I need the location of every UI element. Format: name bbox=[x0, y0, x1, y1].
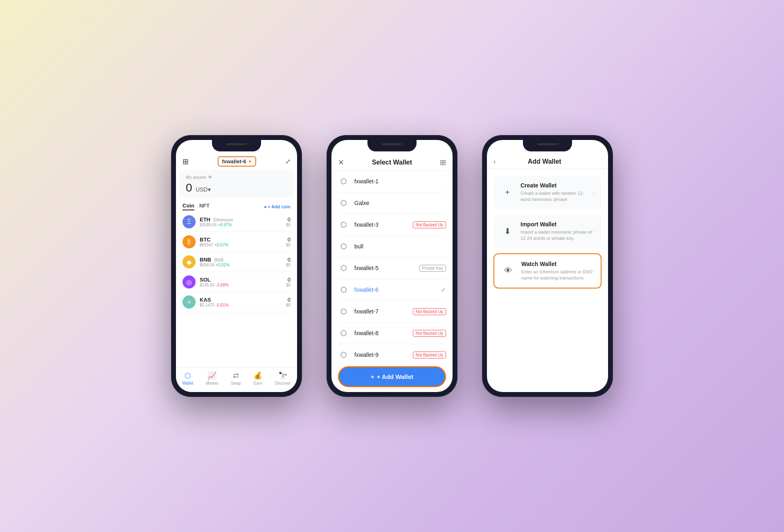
selected-wallet-name: fxwallet-6 bbox=[222, 158, 246, 165]
tab-nft[interactable]: NFT bbox=[199, 203, 210, 210]
layers-icon[interactable]: ⊞ bbox=[440, 158, 446, 167]
tab-coin[interactable]: Coin bbox=[182, 203, 194, 210]
bottom-nav: ⬡ Wallet 📈 Market ⇄ Swap 💰 Earn 🔭 D bbox=[176, 367, 297, 392]
wallet-icon-3: ⬡ bbox=[338, 219, 349, 230]
nav-wallet[interactable]: ⬡ Wallet bbox=[182, 371, 193, 385]
coin-item-btc[interactable]: ₿ BTC $65547 +0.07% 0 $0 bbox=[182, 232, 291, 252]
wallet-item-1[interactable]: ⬡ fxwallet-1 bbox=[338, 171, 446, 192]
not-backed-up-badge-3: Not Backed Up bbox=[413, 221, 446, 228]
wallet-item-6[interactable]: ⬡ fxwallet-6 ✓ bbox=[338, 279, 446, 301]
wallet-list: ⬡ fxwallet-1 ⬡ Galxe ⬡ fxwallet-3 Not Ba… bbox=[331, 171, 453, 361]
not-backed-up-badge-9: Not Backed Up bbox=[413, 352, 446, 358]
assets-section: My assets 👁 0 USD▾ bbox=[179, 170, 294, 198]
import-wallet-title: Import Wallet bbox=[520, 221, 593, 228]
eth-info: ETH Ethereum $3585.66 +0.97% bbox=[200, 216, 286, 227]
coin-list: Ξ ETH Ethereum $3585.66 +0.97% 0 $0 ₿ BT… bbox=[176, 212, 297, 367]
wallet-icon-6: ⬡ bbox=[338, 284, 349, 295]
sol-icon: ◎ bbox=[182, 275, 196, 289]
wallet-icon-1: ⬡ bbox=[338, 176, 349, 187]
wallet-item-bull[interactable]: ⬡ bull bbox=[338, 236, 446, 257]
import-wallet-icon: ⬇ bbox=[500, 224, 515, 239]
wallet-item-8[interactable]: ⬡ fxwallet-8 Not Backed Up bbox=[338, 322, 446, 344]
nav-market[interactable]: 📈 Market bbox=[206, 371, 219, 385]
wallet-item-9[interactable]: ⬡ fxwallet-9 Not Backed Up bbox=[338, 344, 446, 361]
wallet-icon-7: ⬡ bbox=[338, 306, 349, 317]
btc-icon: ₿ bbox=[182, 235, 196, 248]
create-wallet-title: Create Wallet bbox=[520, 182, 593, 189]
wallet-icon-8: ⬡ bbox=[338, 327, 349, 339]
currency-label: USD▾ bbox=[196, 186, 211, 193]
wallet-item-3[interactable]: ⬡ fxwallet-3 Not Backed Up bbox=[338, 214, 446, 236]
select-wallet-header: ✕ Select Wallet ⊞ bbox=[331, 153, 453, 171]
kas-info: KAS $0.1475 -0.61% bbox=[200, 297, 286, 307]
watch-wallet-title: Watch Wallet bbox=[521, 261, 592, 267]
nav-discover[interactable]: 🔭 Discover bbox=[275, 371, 291, 385]
nav-earn[interactable]: 💰 Earn bbox=[253, 371, 262, 385]
bnb-balance: 0 $0 bbox=[286, 257, 291, 267]
back-button[interactable]: ‹ bbox=[493, 158, 496, 165]
add-wallet-button[interactable]: + + Add Wallet bbox=[338, 366, 446, 387]
assets-amount: 0 USD▾ bbox=[186, 181, 287, 194]
import-wallet-arrow-icon: › bbox=[593, 228, 595, 234]
wallet-name-3: fxwallet-3 bbox=[354, 221, 410, 228]
bnb-info: BNB BNB $604.54 +0.02% bbox=[200, 257, 286, 267]
sol-price: $135.93 -3.58% bbox=[200, 283, 286, 287]
add-wallet-options: + Create Wallet Create a wallet with ran… bbox=[487, 169, 608, 295]
select-wallet-title: Select Wallet bbox=[372, 159, 412, 166]
wallet-icon-9: ⬡ bbox=[338, 349, 349, 361]
assets-label: My assets 👁 bbox=[186, 175, 287, 180]
btc-price: $65547 +0.07% bbox=[200, 243, 286, 247]
watch-wallet-arrow-icon: › bbox=[592, 268, 594, 274]
watch-wallet-desc: Enter an Ethereum address or ENS name fo… bbox=[521, 269, 592, 282]
nav-swap[interactable]: ⇄ Swap bbox=[231, 371, 241, 385]
create-wallet-arrow-icon: › bbox=[593, 189, 595, 196]
phone-add-wallet: ‹ Add Wallet + Create Wallet Create a wa… bbox=[482, 135, 613, 397]
not-backed-up-badge-7: Not Backed Up bbox=[413, 308, 446, 315]
coin-item-bnb[interactable]: ◆ BNB BNB $604.54 +0.02% 0 $0 bbox=[182, 252, 291, 272]
wallet-header: ⊞ fxwallet-6 ▼ ⤢ bbox=[176, 153, 297, 168]
eth-name: ETH Ethereum bbox=[200, 216, 286, 223]
bnb-icon: ◆ bbox=[182, 255, 196, 268]
wallet-nav-icon: ⬡ bbox=[185, 371, 191, 380]
watch-wallet-option[interactable]: 👁 Watch Wallet Enter an Ethereum address… bbox=[493, 253, 602, 289]
coin-header: Coin NFT ● + Add coin bbox=[176, 199, 297, 212]
swap-nav-icon: ⇄ bbox=[233, 371, 239, 380]
private-key-badge: Private Key bbox=[419, 265, 446, 272]
close-button[interactable]: ✕ bbox=[338, 158, 344, 167]
watch-wallet-icon: 👁 bbox=[501, 264, 516, 278]
dropdown-arrow-icon: ▼ bbox=[248, 159, 252, 164]
coin-item-sol[interactable]: ◎ SOL $135.93 -3.58% 0 $0 bbox=[182, 272, 291, 292]
add-wallet-title: Add Wallet bbox=[528, 158, 561, 165]
wallet-name-8: fxwallet-8 bbox=[354, 330, 410, 336]
wallet-icon-5: ⬡ bbox=[338, 262, 349, 274]
app-logo: ⊞ bbox=[182, 157, 189, 166]
wallet-item-7[interactable]: ⬡ fxwallet-7 Not Backed Up bbox=[338, 301, 446, 322]
coin-item-eth[interactable]: Ξ ETH Ethereum $3585.66 +0.97% 0 $0 bbox=[182, 212, 291, 232]
wallet-name-galxe: Galxe bbox=[354, 200, 446, 206]
import-wallet-option[interactable]: ⬇ Import Wallet Import a wallet mnemonic… bbox=[493, 214, 602, 248]
wallet-item-galxe[interactable]: ⬡ Galxe bbox=[338, 192, 446, 214]
btc-balance: 0 $0 bbox=[286, 237, 291, 247]
eye-icon: 👁 bbox=[208, 175, 212, 180]
sol-info: SOL $135.93 -3.58% bbox=[200, 277, 286, 287]
wallet-selector[interactable]: fxwallet-6 ▼ bbox=[218, 156, 256, 167]
wallet-item-5[interactable]: ⬡ fxwallet-5 Private Key bbox=[338, 257, 446, 279]
wallet-name-1: fxwallet-1 bbox=[354, 178, 446, 185]
create-wallet-icon: + bbox=[500, 185, 515, 200]
wallet-icon-galxe: ⬡ bbox=[338, 197, 349, 209]
bnb-price: $604.54 +0.02% bbox=[200, 263, 286, 267]
earn-nav-icon: 💰 bbox=[253, 371, 262, 380]
check-icon: ✓ bbox=[441, 286, 446, 293]
import-wallet-content: Import Wallet Import a wallet mnemonic p… bbox=[520, 221, 593, 242]
wallet-name-5: fxwallet-5 bbox=[354, 265, 416, 271]
btc-name: BTC bbox=[200, 237, 286, 243]
create-wallet-option[interactable]: + Create Wallet Create a wallet with ran… bbox=[493, 176, 602, 210]
import-wallet-desc: Import a wallet mnemonic phrase of 12-24… bbox=[520, 229, 593, 242]
kas-name: KAS bbox=[200, 297, 286, 303]
coin-item-kas[interactable]: ⟡ KAS $0.1475 -0.61% 0 $0 bbox=[182, 292, 291, 312]
expand-icon[interactable]: ⤢ bbox=[285, 158, 291, 165]
coin-tabs: Coin NFT bbox=[182, 203, 210, 210]
wallet-name-9: fxwallet-9 bbox=[354, 352, 410, 358]
plus-icon: ● bbox=[264, 204, 267, 209]
add-coin-button[interactable]: ● + Add coin bbox=[264, 204, 291, 209]
